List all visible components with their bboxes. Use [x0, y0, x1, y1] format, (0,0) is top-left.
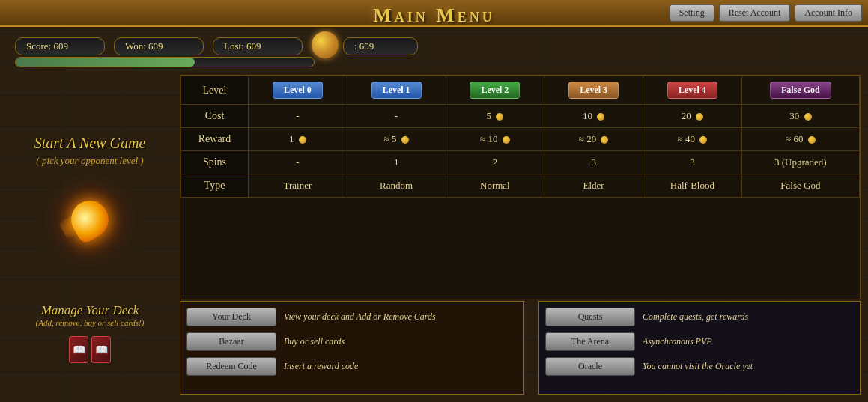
arena-action-row: The ArenaAsynchronous PVP	[545, 332, 854, 351]
table-cell: -	[249, 105, 347, 128]
level-2-button[interactable]: Level 2	[470, 82, 520, 99]
false-god-header[interactable]: False God	[741, 76, 859, 105]
row-label: Spins	[181, 151, 249, 174]
table-cell: 3 (Upgraded)	[741, 151, 859, 174]
action-description: View your deck and Add or Remove Cards	[284, 311, 436, 323]
level-header: Level	[181, 76, 249, 105]
table-cell: Elder	[544, 174, 643, 198]
table-cell: 10	[544, 105, 643, 128]
manage-deck-title: Manage Your Deck	[41, 303, 139, 318]
start-game-subtitle: ( pick your opponent level )	[36, 155, 143, 167]
arena-action-button[interactable]: Oracle	[545, 357, 635, 376]
level-4-button[interactable]: Level 4	[667, 82, 717, 99]
level-0-button[interactable]: Level 0	[273, 82, 323, 99]
table-cell: ≈ 20	[544, 128, 643, 151]
table-cell: Trainer	[249, 174, 347, 198]
table-cell: Half-Blood	[643, 174, 742, 198]
arena-action-row: OracleYou cannot visit the Oracle yet	[545, 357, 854, 376]
table-cell: False God	[741, 174, 859, 198]
row-label: Reward	[181, 128, 249, 151]
action-description: Buy or sell cards	[284, 336, 345, 347]
arena-action-button[interactable]: Quests	[545, 308, 635, 326]
level-1-button[interactable]: Level 1	[371, 82, 422, 99]
setting-button[interactable]: Setting	[670, 4, 714, 22]
table-row: TypeTrainerRandomNormalElderHalf-BloodFa…	[181, 174, 860, 198]
bottom-right-panel: QuestsComplete quests, get rewardsThe Ar…	[538, 301, 861, 395]
action-button[interactable]: Bazaar	[186, 332, 276, 351]
table-cell: Normal	[446, 174, 544, 198]
coin-dot-icon	[503, 136, 510, 144]
level-0-header[interactable]: Level 0	[249, 76, 347, 105]
account-info-button[interactable]: Account Info	[795, 4, 862, 22]
action-button[interactable]: Your Deck	[186, 308, 276, 326]
reset-account-button[interactable]: Reset Account	[719, 4, 791, 22]
coin-value: : 609	[343, 37, 418, 55]
stats-row: Score: 609 Won: 609 Lost: 609 : 609	[15, 33, 418, 60]
table-body: Cost--5 10 20 30 Reward1 ≈ 5 ≈ 10 ≈ 20 ≈…	[181, 105, 860, 198]
row-label: Cost	[181, 105, 249, 128]
table-cell: ≈ 5	[347, 128, 446, 151]
action-row: Redeem CodeInsert a reward code	[186, 357, 518, 376]
coin-dot-icon	[699, 136, 707, 144]
table-cell: -	[347, 105, 446, 128]
action-row: Your DeckView your deck and Add or Remov…	[186, 308, 518, 326]
level-4-header[interactable]: Level 4	[643, 76, 742, 105]
table-cell: 3	[643, 151, 742, 174]
coin-dot-icon	[299, 136, 306, 144]
level-2-header[interactable]: Level 2	[446, 76, 544, 105]
table-cell: ≈ 10	[446, 128, 544, 151]
action-row: BazaarBuy or sell cards	[186, 332, 518, 351]
page-title: Main Menu	[373, 4, 495, 27]
coin-dot-icon	[496, 113, 503, 121]
table-cell: 5	[446, 105, 544, 128]
coin-dot-icon	[601, 136, 608, 144]
level-table: Level Level 0 Level 1 Level 2 Level 3 Le…	[180, 76, 860, 198]
bottom-left-panel: Your DeckView your deck and Add or Remov…	[180, 301, 524, 395]
table-cell: 20	[643, 105, 742, 128]
lost-stat: Lost: 609	[213, 37, 303, 55]
coin-icon	[312, 31, 339, 58]
table-header-row: Level Level 0 Level 1 Level 2 Level 3 Le…	[181, 76, 860, 105]
row-label: Type	[181, 174, 249, 198]
level-3-header[interactable]: Level 3	[544, 76, 643, 105]
fireball-icon	[60, 189, 120, 249]
table-cell: ≈ 40	[643, 128, 742, 151]
arena-action-description: Asynchronous PVP	[643, 336, 712, 347]
action-button[interactable]: Redeem Code	[186, 357, 276, 376]
arena-action-description: You cannot visit the Oracle yet	[643, 361, 753, 372]
table-cell: 30	[741, 105, 859, 128]
coin-dot-icon	[696, 113, 703, 121]
coin-dot-icon	[401, 136, 409, 144]
coin-dot-icon	[597, 113, 604, 121]
level-1-header[interactable]: Level 1	[347, 76, 446, 105]
arena-action-row: QuestsComplete quests, get rewards	[545, 308, 854, 326]
coin-dot-icon	[808, 136, 816, 144]
coin-dot-icon	[804, 113, 812, 121]
manage-deck-subtitle: (Add, remove, buy or sell cards!)	[36, 318, 145, 327]
progress-bar-container	[15, 57, 315, 67]
level-3-button[interactable]: Level 3	[568, 82, 619, 99]
false-god-button[interactable]: False God	[770, 82, 831, 99]
deck-cards-icon: 📖 📖	[69, 336, 111, 363]
table-cell: 1	[249, 128, 347, 151]
card-icon: 📖	[91, 336, 111, 363]
table-cell: ≈ 60	[741, 128, 859, 151]
arena-action-button[interactable]: The Arena	[545, 332, 635, 351]
won-stat: Won: 609	[114, 37, 204, 55]
manage-deck-panel: Manage Your Deck (Add, remove, buy or se…	[0, 297, 180, 402]
table-row: Reward1 ≈ 5 ≈ 10 ≈ 20 ≈ 40 ≈ 60	[181, 128, 860, 151]
action-description: Insert a reward code	[284, 361, 358, 372]
start-game-title: Start A New Game	[34, 135, 146, 152]
card-icon: 📖	[69, 336, 88, 363]
level-table-container: Level Level 0 Level 1 Level 2 Level 3 Le…	[180, 75, 861, 299]
table-cell: Random	[347, 174, 446, 198]
table-cell: 1	[347, 151, 446, 174]
table-cell: -	[249, 151, 347, 174]
bottom-left-actions: Your DeckView your deck and Add or Remov…	[186, 308, 518, 376]
progress-bar	[16, 58, 195, 67]
table-row: Spins-12333 (Upgraded)	[181, 151, 860, 174]
score-stat: Score: 609	[15, 37, 105, 55]
arena-action-description: Complete quests, get rewards	[643, 311, 748, 323]
table-row: Cost--5 10 20 30	[181, 105, 860, 128]
table-cell: 2	[446, 151, 544, 174]
